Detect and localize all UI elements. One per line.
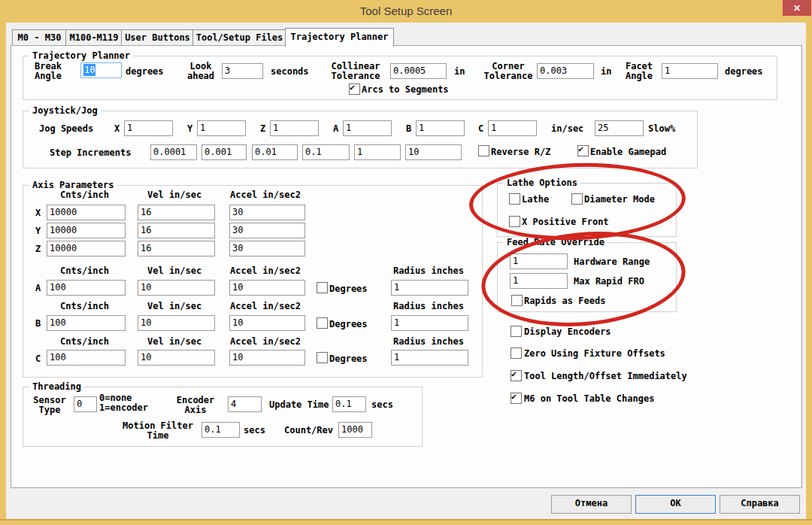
- encoder-axis-label: Encoder Axis: [173, 396, 218, 415]
- m6-tool-table-label: M6 on Tool Table Changes: [524, 393, 654, 404]
- lathe-label: Lathe: [522, 194, 549, 205]
- step-increment-5-input[interactable]: 1: [354, 144, 401, 160]
- tool-length-offset-checkbox[interactable]: [511, 370, 522, 381]
- vel-header-a: Vel in/sec: [147, 266, 201, 276]
- axis-a-degrees-label: Degrees: [329, 284, 368, 294]
- slow-percent-input[interactable]: 25: [595, 120, 644, 136]
- close-button[interactable]: ✕: [783, 0, 811, 16]
- axis-b-vel-input[interactable]: 10: [138, 315, 215, 331]
- count-rev-input[interactable]: 1000: [338, 422, 372, 438]
- axis-parameters-legend: Axis Parameters: [29, 180, 117, 190]
- jog-speed-y-input[interactable]: 1: [197, 120, 246, 136]
- axis-c-vel-input[interactable]: 10: [138, 350, 215, 366]
- step-increment-1-input[interactable]: 0.0001: [150, 144, 197, 160]
- motion-filter-time-unit: secs: [244, 425, 265, 435]
- axis-b-radius-input[interactable]: 1: [391, 315, 468, 331]
- tab-trajectory-planner[interactable]: Trajectory Planner: [285, 28, 394, 47]
- axis-z-label: Z: [35, 244, 41, 254]
- m6-tool-table-checkbox[interactable]: [511, 393, 522, 404]
- axis-z-accel-input[interactable]: 30: [229, 241, 305, 256]
- ok-button[interactable]: OK: [635, 495, 716, 514]
- step-increment-6-input[interactable]: 10: [405, 144, 462, 160]
- axis-z-cnts-input[interactable]: 10000: [47, 241, 126, 256]
- axis-y-accel-input[interactable]: 30: [229, 223, 305, 238]
- display-encoders-checkbox[interactable]: [511, 326, 522, 337]
- joystick-jog-legend: Joystick/Jog: [29, 105, 101, 116]
- axis-c-degrees-checkbox[interactable]: [317, 352, 328, 363]
- corner-tolerance-input[interactable]: 0.003: [537, 63, 594, 79]
- cnts-header-b: Cnts/inch: [60, 301, 109, 311]
- rapids-as-feeds-checkbox[interactable]: [511, 295, 523, 306]
- jog-axis-x-label: X: [114, 123, 120, 134]
- motion-filter-time-input[interactable]: 0.1: [201, 422, 240, 438]
- sensor-type-label: Sensor Type: [30, 396, 69, 415]
- jog-axis-a-label: A: [333, 123, 338, 134]
- axis-a-accel-input[interactable]: 10: [229, 280, 305, 296]
- hardware-range-input[interactable]: 1: [510, 253, 568, 269]
- accel-header-xyz: Accel in/sec2: [230, 190, 301, 200]
- collinear-tolerance-input[interactable]: 0.0005: [390, 63, 447, 79]
- axis-b-accel-input[interactable]: 10: [229, 315, 305, 331]
- facet-angle-label: Facet Angle: [622, 62, 656, 81]
- axis-b-label: B: [35, 318, 41, 329]
- axis-a-label: A: [35, 283, 41, 293]
- max-rapid-fro-input[interactable]: 1: [510, 273, 568, 289]
- tab-tool-setup-files[interactable]: Tool/Setup Files: [192, 29, 286, 45]
- jog-speed-a-input[interactable]: 1: [343, 120, 392, 136]
- lathe-checkbox[interactable]: [509, 193, 520, 205]
- step-increments-label: Step Increments: [50, 147, 131, 158]
- slow-percent-label: Slow%: [648, 123, 675, 134]
- arcs-to-segments-checkbox[interactable]: [349, 83, 360, 95]
- step-increment-4-input[interactable]: 0.1: [302, 144, 350, 160]
- update-time-unit: secs: [371, 399, 393, 410]
- break-angle-label: Break Angle: [27, 62, 69, 81]
- axis-c-cnts-input[interactable]: 100: [47, 350, 126, 366]
- axis-a-radius-input[interactable]: 1: [391, 280, 468, 296]
- enable-gamepad-checkbox[interactable]: [577, 145, 589, 156]
- cancel-button[interactable]: Отмена: [551, 495, 632, 514]
- axis-y-label: Y: [35, 226, 41, 236]
- help-button[interactable]: Справка: [720, 495, 800, 514]
- zero-fixture-offsets-checkbox[interactable]: [511, 347, 522, 359]
- x-positive-front-checkbox[interactable]: [509, 216, 520, 227]
- arcs-to-segments-label: Arcs to Segments: [362, 84, 449, 95]
- window-bottom-edge: [0, 519, 812, 520]
- tab-m100-m119[interactable]: M100-M119: [65, 29, 123, 45]
- diameter-mode-checkbox[interactable]: [571, 193, 583, 205]
- axis-b-cnts-input[interactable]: 100: [47, 315, 126, 331]
- axis-x-cnts-input[interactable]: 10000: [47, 205, 126, 220]
- look-ahead-input[interactable]: 3: [222, 63, 263, 79]
- step-increment-2-input[interactable]: 0.001: [201, 144, 247, 160]
- jog-speed-b-input[interactable]: 1: [416, 120, 465, 136]
- trajectory-planner-legend: Trajectory Planner: [29, 50, 133, 61]
- cnts-header-a: Cnts/inch: [60, 266, 109, 276]
- axis-y-cnts-input[interactable]: 10000: [47, 223, 126, 238]
- facet-angle-input[interactable]: 1: [662, 63, 718, 79]
- axis-b-degrees-checkbox[interactable]: [317, 317, 328, 329]
- axis-a-degrees-checkbox[interactable]: [317, 282, 328, 293]
- update-time-input[interactable]: 0.1: [332, 396, 366, 412]
- reverse-rz-checkbox[interactable]: [478, 145, 489, 156]
- jog-speed-c-input[interactable]: 1: [488, 120, 537, 136]
- axis-y-vel-input[interactable]: 16: [138, 223, 215, 238]
- axis-x-vel-input[interactable]: 16: [138, 205, 215, 220]
- encoder-axis-input[interactable]: 4: [228, 396, 262, 412]
- break-angle-input[interactable]: 10: [80, 62, 122, 78]
- tool-setup-window: Tool Setup Screen ✕ M0 - M30 M100-M119 U…: [0, 0, 812, 525]
- axis-a-cnts-input[interactable]: 100: [47, 280, 126, 296]
- tab-user-buttons[interactable]: User Buttons: [121, 29, 194, 45]
- window-title: Tool Setup Screen: [0, 5, 812, 17]
- axis-c-radius-input[interactable]: 1: [391, 350, 468, 366]
- zero-fixture-offsets-label: Zero Using Fixture Offsets: [524, 348, 665, 359]
- axis-x-accel-input[interactable]: 30: [229, 205, 305, 220]
- axis-z-vel-input[interactable]: 16: [138, 241, 215, 256]
- axis-b-degrees-label: Degrees: [329, 319, 368, 329]
- motion-filter-time-label: Motion Filter Time: [120, 421, 195, 441]
- tab-m0-m30[interactable]: M0 - M30: [12, 29, 67, 45]
- step-increment-3-input[interactable]: 0.01: [252, 144, 298, 160]
- jog-speed-x-input[interactable]: 1: [124, 120, 173, 136]
- jog-speed-z-input[interactable]: 1: [270, 120, 319, 136]
- sensor-type-input[interactable]: 0: [74, 396, 97, 412]
- axis-a-vel-input[interactable]: 10: [138, 280, 215, 296]
- axis-c-accel-input[interactable]: 10: [229, 350, 305, 366]
